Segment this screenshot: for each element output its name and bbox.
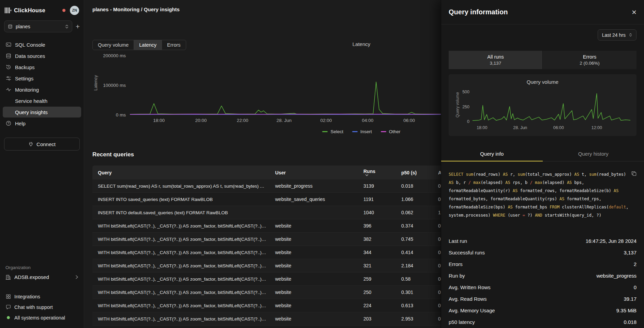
avatar[interactable]: ZN — [70, 6, 79, 15]
x-tick-label: 12:00 — [591, 125, 602, 130]
cell-p50: 2.184 — [397, 259, 434, 272]
connect-button[interactable]: Connect — [4, 138, 80, 151]
column-header-p50[interactable]: p50 (s) — [397, 166, 434, 179]
organization-section: Organization ADSB.exposed — [0, 265, 84, 280]
sidebar-item-label: Service health — [15, 98, 47, 104]
y-axis-label: Latency — [92, 51, 99, 115]
sidebar-item-settings[interactable]: Settings — [3, 73, 81, 84]
footer-item-chat-support[interactable]: Chat with support — [5, 302, 78, 312]
chat-bubble-icon — [5, 304, 11, 310]
time-range-select[interactable]: Last 24 hrs — [598, 29, 636, 41]
chevron-updown-icon — [629, 33, 632, 37]
cell-runs: 203 — [359, 312, 397, 326]
sidebar-item-help[interactable]: Help — [3, 118, 81, 129]
y-tick-label: 0 — [467, 119, 469, 124]
cell-user: website — [271, 272, 359, 286]
service-selector[interactable]: planes — [4, 20, 72, 32]
tab-all-runs[interactable]: All runs 3,137 — [449, 51, 542, 69]
copy-icon[interactable] — [631, 171, 636, 176]
sidebar-item-label: Data sources — [15, 53, 45, 59]
sidebar-item-query-insights[interactable]: Query insights — [3, 107, 81, 118]
x-tick-label: 06:00 — [553, 125, 564, 130]
building-icon — [5, 275, 11, 280]
x-axis-ticks: 18:0028. Jun06:0012:00 — [473, 121, 630, 131]
add-service-button[interactable]: + — [76, 23, 80, 30]
cell-query: WITH bitShiftLeft(CAST(?..), _CAST(?..))… — [92, 272, 271, 286]
y-tick-label: 250 — [462, 105, 469, 109]
organization-label: Organization — [5, 265, 78, 270]
y-tick-label: 0 ms — [116, 112, 126, 118]
column-header-runs[interactable]: Runs — [359, 166, 397, 179]
y-tick-label: 500 — [462, 90, 469, 94]
sidebar-item-label: SQL Console — [15, 42, 45, 48]
monitoring-pulse-icon — [5, 87, 11, 92]
cell-query: INSERT INTO default.saved_queries (text)… — [92, 206, 271, 219]
sidebar-item-sql-console[interactable]: SQL Console — [3, 39, 81, 50]
x-tick-label: 04:00 — [362, 118, 373, 123]
x-tick-label: 06:00 — [403, 118, 415, 123]
sidebar-item-service-health[interactable]: Service health — [3, 95, 81, 106]
tab-errors[interactable]: Errors — [162, 40, 185, 50]
panel-header: Query information × — [441, 0, 644, 25]
legend-item-other: Other — [381, 129, 401, 134]
organization-switcher[interactable]: ADSB.exposed — [5, 274, 78, 280]
sidebar-item-data-sources[interactable]: Data sources — [3, 50, 81, 61]
stat-tabs: All runs 3,137 Errors 2 (0.06%) — [449, 51, 636, 69]
cell-runs: 321 — [359, 259, 397, 272]
close-icon[interactable]: × — [632, 8, 636, 16]
sql-query-text: SELECT sum(read_rows) AS r, sum(total_ro… — [449, 170, 636, 219]
cell-runs: 224 — [359, 299, 397, 312]
chart-body: Query volume 0250500 18:0028. Jun06:0012… — [455, 88, 630, 121]
tab-query-history[interactable]: Query history — [543, 147, 644, 161]
sidebar: ClickHouse ZN planes + SQL Console — [0, 0, 84, 328]
stat-label: All runs — [487, 54, 504, 60]
cell-query: INSERT INTO saved_queries (text) FORMAT … — [92, 193, 271, 206]
query-information-panel: Query information × Last 24 hrs All runs… — [441, 0, 644, 328]
cell-p50: 0.062 — [397, 206, 434, 219]
detail-row-avg-memory: Avg. Memory Usage9.35 MiB — [449, 304, 636, 316]
plug-icon — [28, 142, 33, 147]
cell-p50: 0.414 — [397, 246, 434, 259]
tab-query-volume[interactable]: Query volume — [93, 40, 134, 50]
sidebar-item-monitoring[interactable]: Monitoring — [3, 84, 81, 95]
tab-latency[interactable]: Latency — [134, 40, 162, 50]
x-tick-label: 18:00 — [153, 118, 165, 123]
cell-user: website — [271, 219, 359, 233]
column-header-query[interactable]: Query — [92, 166, 271, 179]
legend-label: Other — [389, 129, 401, 134]
sidebar-item-backups[interactable]: Backups — [3, 62, 81, 73]
cell-runs: 1040 — [359, 206, 397, 219]
x-tick-label: 20:00 — [195, 118, 207, 123]
cell-p50: 0.745 — [397, 233, 434, 246]
sidebar-footer: Integrations Chat with support All syste… — [0, 292, 84, 323]
sql-block: SELECT sum(read_rows) AS r, sum(total_ro… — [449, 170, 636, 219]
cell-user: website — [271, 286, 359, 299]
column-header-user[interactable]: User — [271, 166, 359, 179]
cell-p50: 0.613 — [397, 299, 434, 312]
tab-query-info[interactable]: Query info — [441, 147, 543, 161]
footer-item-label: Chat with support — [14, 304, 53, 310]
stat-label: Errors — [583, 54, 596, 60]
panel-title: Query information — [449, 8, 508, 16]
legend-item-insert: Insert — [352, 129, 372, 134]
app: ClickHouse ZN planes + SQL Console — [0, 0, 644, 328]
footer-item-system-status[interactable]: All systems operational — [5, 313, 78, 323]
legend-item-select: Select — [322, 129, 343, 134]
metric-tabs: Query volume Latency Errors — [92, 40, 186, 50]
status-dot-icon — [5, 316, 11, 319]
x-tick-label: 02:00 — [320, 118, 332, 123]
query-details-list: Last run16:47:25, Jun 28 2024 Successful… — [449, 235, 636, 328]
cell-query: WITH bitShiftLeft(CAST(?..), _CAST(?..))… — [92, 312, 271, 326]
tab-errors-stat[interactable]: Errors 2 (0.06%) — [542, 51, 636, 69]
detail-row-last-run: Last run16:47:25, Jun 28 2024 — [449, 235, 636, 247]
cell-query: WITH bitShiftLeft(CAST(?..), _CAST(?..))… — [92, 286, 271, 299]
legend-swatch — [381, 131, 386, 132]
detail-row-avg-read-rows: Avg. Read Rows39.17 — [449, 293, 636, 304]
plot-area: 18:0028. Jun06:0012:00 — [473, 88, 630, 121]
footer-item-integrations[interactable]: Integrations — [5, 292, 78, 301]
notification-dot-icon — [62, 9, 65, 12]
x-tick-label: 18:00 — [477, 125, 487, 130]
sliders-icon — [5, 76, 11, 81]
cell-user: website — [271, 246, 359, 259]
sidebar-item-label: Query insights — [15, 109, 48, 115]
